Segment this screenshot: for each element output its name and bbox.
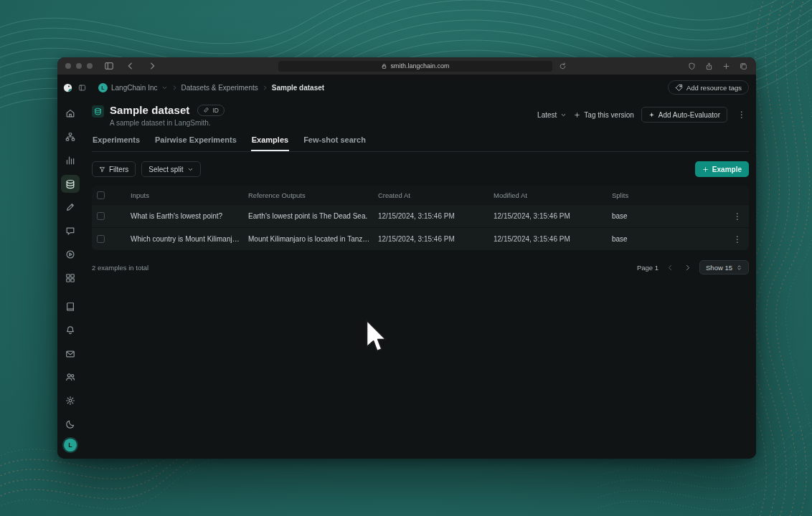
add-example-button[interactable]: Example bbox=[695, 161, 749, 177]
share-icon bbox=[705, 62, 713, 70]
sidebar-item-members[interactable] bbox=[61, 368, 80, 386]
tab-experiments[interactable]: Experiments bbox=[92, 135, 141, 151]
back-button[interactable] bbox=[126, 61, 136, 71]
sidebar-item-annotations[interactable] bbox=[61, 198, 80, 216]
next-page-button[interactable] bbox=[682, 262, 693, 273]
version-select-value: Latest bbox=[537, 111, 557, 119]
filters-button[interactable]: Filters bbox=[92, 161, 136, 177]
breadcrumb-section[interactable]: Datasets & Experiments bbox=[181, 84, 258, 92]
column-header-splits[interactable]: Splits bbox=[612, 191, 726, 199]
dataset-header: Sample dataset ID A sample dataset in La… bbox=[92, 104, 749, 127]
play-icon bbox=[65, 249, 75, 259]
reload-button[interactable] bbox=[559, 62, 567, 70]
sidebar-item-notifications[interactable] bbox=[61, 321, 80, 340]
tab-overview-button[interactable] bbox=[740, 62, 747, 70]
sidebar-item-home[interactable] bbox=[61, 104, 80, 123]
tab-few-shot-search[interactable]: Few-shot search bbox=[303, 135, 367, 151]
address-bar[interactable]: smith.langchain.com bbox=[278, 61, 552, 72]
table-footer: 2 examples in total Page 1 Show 15 bbox=[92, 260, 749, 274]
add-resource-tags-button[interactable]: Add resource tags bbox=[668, 80, 749, 95]
sidebar-item-prompts[interactable] bbox=[61, 221, 80, 240]
mail-icon bbox=[65, 349, 75, 359]
sidebar-rail: L bbox=[57, 100, 83, 459]
chevron-down-icon[interactable] bbox=[161, 85, 168, 91]
window-controls bbox=[65, 63, 93, 69]
tab-bar: Experiments Pairwise Experiments Example… bbox=[92, 135, 749, 152]
users-icon bbox=[65, 372, 75, 382]
browser-window: smith.langchain.com bbox=[57, 57, 756, 459]
sidebar-toggle-icon bbox=[104, 61, 114, 71]
column-header-reference-outputs[interactable]: Reference Outputs bbox=[248, 191, 378, 199]
shield-icon bbox=[688, 62, 696, 70]
forward-button[interactable] bbox=[147, 61, 157, 71]
column-header-created-at[interactable]: Created At bbox=[378, 191, 494, 199]
sidebar-item-theme[interactable] bbox=[61, 415, 80, 434]
browser-toolbar: smith.langchain.com bbox=[57, 57, 756, 75]
cell-inputs: Which country is Mount Kilimanjaro... bbox=[131, 235, 248, 243]
sidebar-toggle-button[interactable] bbox=[104, 61, 114, 71]
zoom-window-button[interactable] bbox=[87, 63, 93, 69]
cell-modified-at: 12/15/2024, 3:15:46 PM bbox=[494, 235, 612, 243]
sidebar-item-datasets[interactable] bbox=[61, 175, 80, 194]
cell-created-at: 12/15/2024, 3:15:46 PM bbox=[378, 212, 494, 220]
close-window-button[interactable] bbox=[65, 63, 71, 69]
org-avatar: L bbox=[98, 83, 108, 92]
chevron-down-icon bbox=[187, 166, 194, 173]
sidebar-item-mail[interactable] bbox=[61, 345, 80, 363]
collapse-sidebar-button[interactable] bbox=[78, 84, 86, 92]
chevron-left-icon bbox=[666, 264, 674, 272]
sidebar-item-flows[interactable] bbox=[61, 128, 80, 146]
add-auto-evaluator-button[interactable]: Add Auto-Evaluator bbox=[641, 107, 727, 123]
page-title: Sample dataset bbox=[110, 104, 189, 116]
row-checkbox[interactable] bbox=[97, 212, 105, 220]
breadcrumb: L LangChain Inc Datasets & Experiments S… bbox=[98, 83, 324, 92]
dataset-menu-button[interactable]: ⋮ bbox=[735, 109, 749, 120]
table-row[interactable]: Which country is Mount Kilimanjaro... Mo… bbox=[92, 227, 749, 250]
sidebar-item-docs[interactable] bbox=[61, 297, 80, 316]
gear-icon bbox=[65, 396, 75, 406]
column-header-modified-at[interactable]: Modified At bbox=[494, 191, 612, 199]
version-select[interactable]: Latest bbox=[537, 111, 567, 119]
minimize-window-button[interactable] bbox=[76, 63, 82, 69]
tab-pairwise-experiments[interactable]: Pairwise Experiments bbox=[154, 135, 237, 151]
lock-icon bbox=[381, 63, 387, 70]
row-menu-button[interactable]: ⋮ bbox=[730, 211, 745, 222]
examples-toolbar: Filters Select split Example bbox=[92, 161, 749, 177]
cell-modified-at: 12/15/2024, 3:15:46 PM bbox=[494, 212, 612, 220]
share-button[interactable] bbox=[705, 62, 713, 70]
total-count-label: 2 examples in total bbox=[92, 264, 148, 272]
sidebar-item-settings[interactable] bbox=[61, 391, 80, 410]
breadcrumb-current: Sample dataset bbox=[272, 84, 324, 92]
sidebar-item-playground[interactable] bbox=[61, 245, 80, 264]
select-split-dropdown[interactable]: Select split bbox=[141, 161, 200, 177]
dataset-id-button[interactable]: ID bbox=[197, 105, 225, 116]
privacy-report-button[interactable] bbox=[688, 62, 696, 70]
sidebar-item-monitoring[interactable] bbox=[61, 151, 80, 170]
chevron-right-icon bbox=[684, 264, 691, 272]
moon-icon bbox=[65, 419, 75, 429]
page-indicator: Page 1 bbox=[637, 264, 658, 272]
breadcrumb-org[interactable]: LangChain Inc bbox=[111, 84, 158, 92]
new-tab-button[interactable] bbox=[722, 62, 730, 70]
tab-examples[interactable]: Examples bbox=[251, 135, 289, 151]
tag-version-button[interactable]: Tag this version bbox=[574, 111, 633, 119]
mouse-cursor bbox=[365, 320, 387, 353]
dataset-subtitle: A sample dataset in LangSmith. bbox=[110, 119, 225, 127]
select-all-checkbox[interactable] bbox=[97, 191, 105, 199]
row-checkbox[interactable] bbox=[97, 235, 105, 243]
panel-collapse-icon bbox=[78, 84, 86, 92]
dataset-icon bbox=[92, 105, 104, 118]
row-menu-button[interactable]: ⋮ bbox=[730, 234, 745, 245]
page-size-select[interactable]: Show 15 bbox=[699, 260, 749, 274]
sidebar-item-deployments[interactable] bbox=[61, 269, 80, 287]
chevron-right-icon bbox=[147, 61, 157, 71]
table-row[interactable]: What is Earth's lowest point? Earth's lo… bbox=[92, 204, 749, 227]
filters-label: Filters bbox=[109, 166, 128, 173]
column-header-inputs[interactable]: Inputs bbox=[131, 191, 248, 199]
plus-icon bbox=[574, 112, 580, 118]
previous-page-button[interactable] bbox=[665, 262, 676, 273]
up-down-icon bbox=[736, 264, 742, 271]
bell-icon bbox=[65, 325, 75, 335]
user-avatar[interactable]: L bbox=[64, 439, 77, 452]
funnel-icon bbox=[99, 166, 105, 173]
